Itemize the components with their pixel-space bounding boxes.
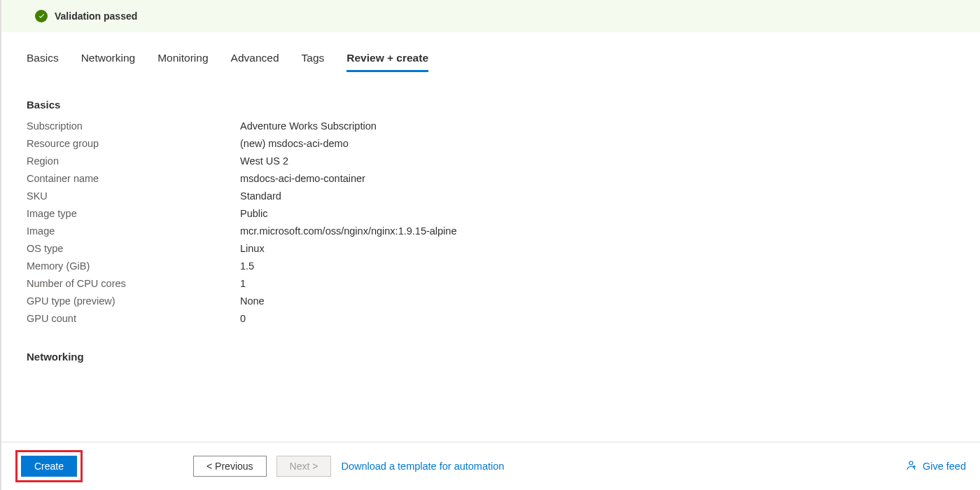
give-feedback-text: Give feed <box>923 461 966 472</box>
value-memory: 1.5 <box>240 260 980 272</box>
label-memory: Memory (GiB) <box>27 260 240 272</box>
validation-banner: Validation passed <box>1 0 980 32</box>
success-check-icon <box>35 10 48 22</box>
label-region: Region <box>27 155 240 167</box>
value-sku: Standard <box>240 190 980 202</box>
wizard-footer: Create < Previous Next > Download a temp… <box>1 442 980 490</box>
value-gpu-count: 0 <box>240 313 980 324</box>
label-image-type: Image type <box>27 208 240 219</box>
previous-button[interactable]: < Previous <box>193 456 267 477</box>
validation-message: Validation passed <box>55 10 137 22</box>
label-gpu-type: GPU type (preview) <box>27 295 240 307</box>
tab-basics[interactable]: Basics <box>27 52 59 72</box>
value-subscription: Adventure Works Subscription <box>240 120 980 132</box>
value-os-type: Linux <box>240 243 980 254</box>
section-heading-basics: Basics <box>27 99 980 111</box>
tab-tags[interactable]: Tags <box>302 52 325 72</box>
download-template-link[interactable]: Download a template for automation <box>341 461 504 472</box>
label-cpu-cores: Number of CPU cores <box>27 278 240 289</box>
label-resource-group: Resource group <box>27 138 240 149</box>
value-image: mcr.microsoft.com/oss/nginx/nginx:1.9.15… <box>240 225 980 237</box>
value-cpu-cores: 1 <box>240 278 980 289</box>
value-container-name: msdocs-aci-demo-container <box>240 173 980 184</box>
value-resource-group: (new) msdocs-aci-demo <box>240 138 980 149</box>
section-heading-networking: Networking <box>27 351 980 363</box>
label-image: Image <box>27 225 240 237</box>
create-button[interactable]: Create <box>21 456 77 477</box>
label-subscription: Subscription <box>27 120 240 132</box>
value-image-type: Public <box>240 208 980 219</box>
tab-advanced[interactable]: Advanced <box>231 52 279 72</box>
create-button-highlight: Create <box>15 450 83 482</box>
tab-monitoring[interactable]: Monitoring <box>158 52 208 72</box>
tab-review-create[interactable]: Review + create <box>346 52 428 72</box>
label-gpu-count: GPU count <box>27 313 240 324</box>
value-region: West US 2 <box>240 155 980 167</box>
left-border <box>0 0 1 490</box>
basics-summary-grid: Subscription Adventure Works Subscriptio… <box>27 120 980 324</box>
next-button: Next > <box>276 456 332 477</box>
label-os-type: OS type <box>27 243 240 254</box>
feedback-icon <box>906 461 917 472</box>
tab-networking[interactable]: Networking <box>81 52 136 72</box>
label-sku: SKU <box>27 190 240 202</box>
label-container-name: Container name <box>27 173 240 184</box>
wizard-tabs: Basics Networking Monitoring Advanced Ta… <box>27 32 980 72</box>
give-feedback-link[interactable]: Give feed <box>906 461 966 472</box>
value-gpu-type: None <box>240 295 980 307</box>
